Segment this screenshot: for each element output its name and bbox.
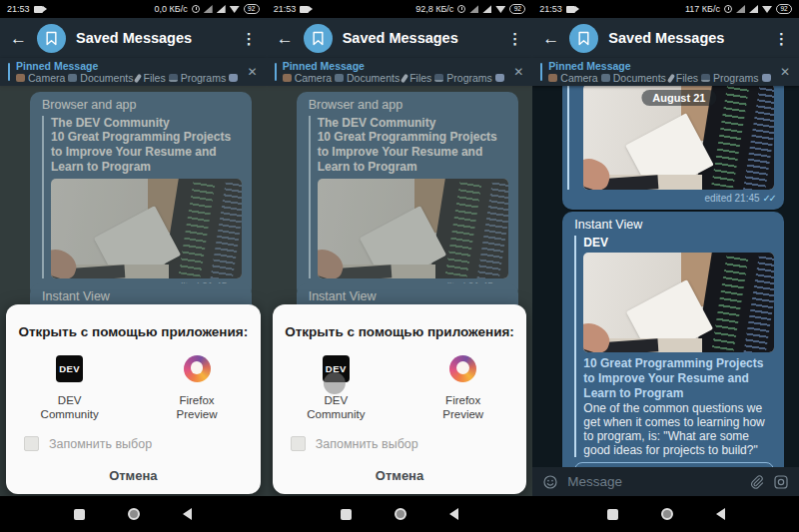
signal-icon — [469, 5, 478, 13]
app-option-firefox-preview[interactable]: FirefoxPreview — [133, 355, 260, 421]
page-title: Saved Messages — [608, 30, 764, 46]
firefox-app-icon — [449, 355, 476, 382]
signal-icon — [749, 5, 758, 13]
close-icon[interactable]: ✕ — [513, 66, 523, 78]
cancel-button[interactable]: Отмена — [6, 468, 261, 483]
dialog-title: Открыть с помощью приложения: — [273, 324, 527, 339]
android-nav-bar — [0, 496, 267, 532]
status-time: 21:53 — [7, 4, 30, 14]
paperclip-emoji-icon — [667, 73, 675, 83]
wifi-icon — [762, 5, 772, 13]
back-icon[interactable]: ← — [277, 30, 294, 47]
paperclip-emoji-icon — [400, 73, 408, 83]
page-title: Saved Messages — [343, 30, 498, 46]
link-preview-photo[interactable]: August 21 — [583, 86, 774, 190]
bin-emoji-icon — [762, 74, 771, 82]
link-preview-photo[interactable] — [583, 253, 774, 352]
back-icon[interactable]: ← — [542, 30, 559, 47]
message-text: Instant View — [574, 218, 774, 233]
back-button[interactable] — [716, 508, 725, 520]
app-option-dev-community[interactable]: DEV DEVCommunity — [6, 355, 133, 421]
pinned-preview: Camera Documents Files Programs … — [548, 72, 774, 85]
message-instant-view[interactable]: Instant View DEV 10 Great Programming Pr… — [562, 212, 784, 496]
recents-button[interactable] — [607, 509, 618, 520]
back-button[interactable] — [449, 508, 458, 520]
menu-icon[interactable]: ⋮ — [242, 31, 257, 46]
signal-icon — [736, 5, 745, 13]
avatar[interactable] — [569, 24, 598, 53]
android-nav-bar — [267, 496, 533, 532]
link-description: One of the common questions we get when … — [583, 401, 774, 457]
signal-icon — [204, 5, 213, 13]
app-option-dev-community[interactable]: DEV DEVCommunity — [273, 355, 400, 421]
app-option-firefox-preview[interactable]: FirefoxPreview — [400, 355, 526, 421]
menu-icon[interactable]: ⋮ — [507, 31, 522, 46]
pinned-preview: Camera Documents Files Programs … — [283, 72, 508, 85]
battery-icon: 92 — [776, 4, 792, 14]
pinned-accent — [540, 63, 542, 81]
home-button[interactable] — [128, 508, 140, 520]
avatar[interactable] — [37, 24, 66, 53]
paperclip-emoji-icon — [134, 73, 142, 83]
pinned-accent — [275, 63, 277, 81]
pinned-message-bar[interactable]: Pinned Message Camera Documents Files Pr… — [267, 58, 533, 86]
app-bar: ← Saved Messages ⋮ — [267, 18, 533, 58]
message-input[interactable]: Message — [567, 474, 740, 489]
folder-emoji-icon — [68, 74, 77, 82]
pinned-label: Pinned Message — [16, 60, 242, 72]
dev-app-icon: DEV — [56, 355, 83, 382]
bin-emoji-icon — [495, 74, 504, 82]
signal-icon — [482, 5, 491, 13]
alarm-icon — [457, 5, 465, 13]
net-speed: 0,0 КБ/с — [155, 4, 188, 14]
attach-icon[interactable] — [749, 474, 764, 490]
link-preview[interactable]: DEV 10 Great Programming Projects to Imp… — [574, 236, 774, 457]
pinned-message-bar[interactable]: Pinned Message Camera Documents Files Pr… — [0, 58, 267, 86]
camera-icon[interactable] — [773, 474, 789, 490]
camera-emoji-icon — [283, 74, 292, 82]
back-button[interactable] — [183, 508, 192, 520]
site-name: DEV — [583, 236, 774, 250]
alarm-icon — [724, 5, 732, 13]
signal-icon — [217, 5, 226, 13]
message-browser-and-app-scrolled[interactable]: August 21 edited 21:45✓✓ — [562, 86, 784, 210]
cancel-button[interactable]: Отмена — [273, 468, 527, 483]
avatar[interactable] — [304, 24, 333, 53]
message-composer[interactable]: Message — [532, 467, 799, 496]
status-bar: 21:53 117 КБ/с 92 — [532, 0, 799, 18]
back-icon[interactable]: ← — [10, 30, 27, 47]
close-icon[interactable]: ✕ — [248, 66, 258, 78]
app-bar: ← Saved Messages ⋮ — [532, 18, 799, 58]
close-icon[interactable]: ✕ — [780, 66, 790, 78]
remember-label: Запомнить выбор — [49, 437, 152, 451]
remember-checkbox[interactable] — [291, 436, 306, 451]
pinned-message-bar[interactable]: Pinned Message Camera Documents Files Pr… — [532, 58, 799, 86]
status-time: 21:53 — [274, 4, 297, 14]
home-button[interactable] — [395, 508, 406, 520]
pinned-accent — [8, 63, 10, 81]
android-nav-bar — [532, 496, 799, 532]
bin-emoji-icon — [229, 74, 238, 82]
open-with-dialog: Открыть с помощью приложения: DEV DEVCom… — [273, 304, 527, 494]
tap-ripple — [324, 372, 346, 394]
recents-button[interactable] — [341, 509, 352, 520]
battery-icon: 92 — [244, 4, 260, 14]
alarm-icon — [192, 5, 200, 13]
chat-area: August 21 edited 21:45✓✓ Instant View DE… — [532, 86, 799, 496]
dialog-title: Открыть с помощью приложения: — [6, 324, 261, 339]
emoji-icon[interactable] — [542, 474, 558, 490]
home-button[interactable] — [661, 508, 673, 520]
firefox-app-icon — [184, 355, 211, 382]
status-bar: 21:53 92,8 КБ/с 92 — [267, 0, 533, 18]
computer-emoji-icon — [434, 74, 443, 82]
screen-record-icon — [566, 6, 575, 13]
menu-icon[interactable]: ⋮ — [774, 31, 789, 46]
remember-checkbox[interactable] — [24, 436, 39, 451]
phone-screenshot-1: 21:53 0,0 КБ/с 92 ← Saved Messages ⋮ Pin… — [0, 0, 267, 532]
status-time: 21:53 — [539, 4, 562, 14]
remember-label: Запомнить выбор — [316, 437, 418, 451]
pinned-label: Pinned Message — [283, 60, 508, 72]
app-bar: ← Saved Messages ⋮ — [0, 18, 267, 58]
recents-button[interactable] — [74, 509, 85, 520]
phone-screenshot-2: 21:53 92,8 КБ/с 92 ← Saved Messages ⋮ Pi… — [267, 0, 533, 532]
